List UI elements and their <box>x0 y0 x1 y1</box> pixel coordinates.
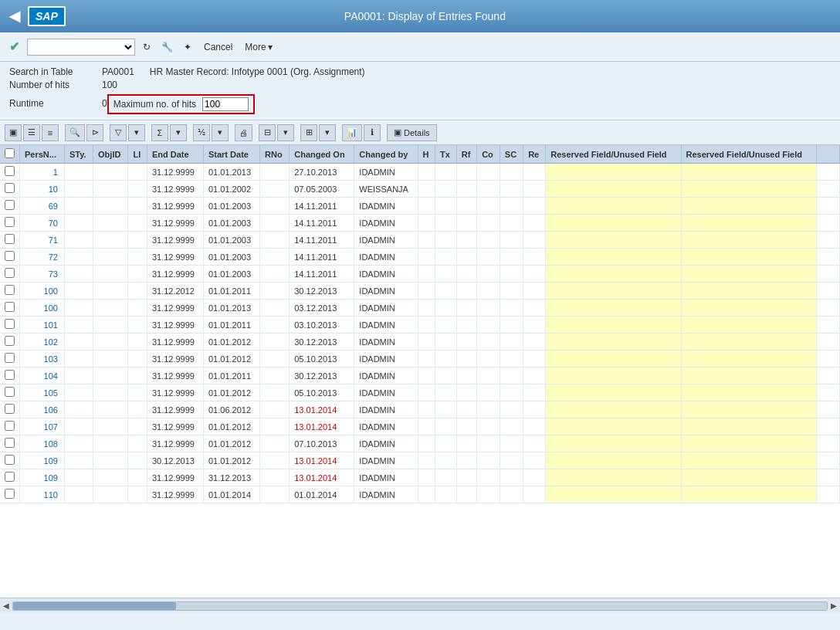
row-checkbox[interactable] <box>5 319 15 329</box>
cell-sty <box>64 351 93 368</box>
scroll-left-arrow[interactable]: ◀ <box>3 601 9 610</box>
row-checkbox-cell[interactable] <box>0 300 20 317</box>
col-co: Co <box>477 145 500 164</box>
more-chevron-icon: ▾ <box>268 42 273 52</box>
row-checkbox[interactable] <box>5 455 15 465</box>
confirm-button[interactable]: ✔ <box>6 38 22 56</box>
row-checkbox-cell[interactable] <box>0 164 20 181</box>
more-button[interactable]: More ▾ <box>242 40 275 54</box>
row-checkbox-cell[interactable] <box>0 181 20 198</box>
cell-reserved1 <box>546 334 681 351</box>
toolbar-select[interactable] <box>27 39 135 56</box>
scroll-track[interactable] <box>12 601 828 611</box>
select-all-checkbox[interactable] <box>5 148 15 158</box>
row-checkbox-cell[interactable] <box>0 469 20 486</box>
cell-extra <box>817 317 840 334</box>
row-checkbox-cell[interactable] <box>0 486 20 503</box>
row-checkbox[interactable] <box>5 200 15 210</box>
cell-extra <box>817 181 840 198</box>
cell-sc <box>500 249 523 266</box>
cell-sc <box>500 418 523 435</box>
row-checkbox-cell[interactable] <box>0 435 20 452</box>
cell-h <box>418 181 435 198</box>
select-all-button[interactable]: ▣ <box>5 124 22 141</box>
cell-reserved1 <box>546 435 681 452</box>
find-button[interactable]: 🔍 <box>65 124 85 141</box>
find-next-button[interactable]: ⊳ <box>86 124 103 141</box>
cell-persn: 70 <box>20 215 65 232</box>
cell-sty <box>64 300 93 317</box>
bottom-scrollbar[interactable]: ◀ ▶ <box>0 598 840 613</box>
cancel-button[interactable]: Cancel <box>199 40 237 54</box>
select-all-icon: ▣ <box>9 127 17 137</box>
filter-dropdown-button[interactable]: ▾ <box>128 124 145 141</box>
cell-changed-by: IDADMIN <box>354 384 418 401</box>
col-extra <box>817 145 840 164</box>
row-checkbox[interactable] <box>5 489 15 499</box>
back-button[interactable]: ◀ <box>9 8 20 25</box>
row-checkbox-cell[interactable] <box>0 384 20 401</box>
row-checkbox[interactable] <box>5 387 15 397</box>
row-checkbox[interactable] <box>5 336 15 346</box>
row-checkbox-cell[interactable] <box>0 452 20 469</box>
row-checkbox[interactable] <box>5 404 15 414</box>
max-hits-box: Maximum no. of hits <box>107 94 255 114</box>
export-dropdown-button[interactable]: ▾ <box>319 124 336 141</box>
scroll-thumb[interactable] <box>13 602 176 610</box>
export-button[interactable]: ⊞ <box>300 124 317 141</box>
row-checkbox[interactable] <box>5 234 15 244</box>
search-table-row: Search in Table PA0001 HR Master Record:… <box>9 66 831 77</box>
cell-tx <box>435 181 457 198</box>
details-button[interactable]: ▣ Details <box>387 124 437 141</box>
sort-button[interactable]: ⅟₂ <box>193 124 210 141</box>
row-checkbox[interactable] <box>5 166 15 176</box>
layout-button[interactable]: ⊟ <box>259 124 276 141</box>
row-checkbox-cell[interactable] <box>0 418 20 435</box>
info-button[interactable]: ℹ <box>364 124 381 141</box>
row-checkbox-cell[interactable] <box>0 368 20 384</box>
row-checkbox-cell[interactable] <box>0 351 20 368</box>
row-checkbox[interactable] <box>5 302 15 312</box>
row-checkbox[interactable] <box>5 217 15 227</box>
row-checkbox-cell[interactable] <box>0 215 20 232</box>
row-checkbox-cell[interactable] <box>0 401 20 418</box>
export-icon: ⊞ <box>306 127 313 137</box>
row-checkbox[interactable] <box>5 251 15 261</box>
scroll-right-arrow[interactable]: ▶ <box>831 601 837 610</box>
row-checkbox-cell[interactable] <box>0 249 20 266</box>
sum-button[interactable]: Σ <box>151 124 168 141</box>
deselect-button[interactable]: ☰ <box>23 124 40 141</box>
cell-re <box>523 232 546 249</box>
sum-dropdown-button[interactable]: ▾ <box>170 124 187 141</box>
cell-co <box>477 181 500 198</box>
row-checkbox[interactable] <box>5 353 15 363</box>
row-checkbox-cell[interactable] <box>0 198 20 215</box>
new-button[interactable]: ✦ <box>181 40 195 54</box>
expand-button[interactable]: ≡ <box>42 124 59 141</box>
table-row: 69 31.12.9999 01.01.2003 14.11.2011 IDAD… <box>0 198 840 215</box>
row-checkbox[interactable] <box>5 285 15 295</box>
settings-button[interactable]: 🔧 <box>158 40 176 54</box>
cell-reserved2 <box>681 232 816 249</box>
row-checkbox[interactable] <box>5 421 15 431</box>
row-checkbox-cell[interactable] <box>0 334 20 351</box>
chart-button[interactable]: 📊 <box>342 124 362 141</box>
row-checkbox-cell[interactable] <box>0 283 20 300</box>
filter-button[interactable]: ▽ <box>110 124 127 141</box>
row-checkbox-cell[interactable] <box>0 266 20 283</box>
layout-dropdown-button[interactable]: ▾ <box>277 124 294 141</box>
table-container[interactable]: PersN... STy. ObjID LI End Date Start Da… <box>0 145 840 598</box>
sort-dropdown-button[interactable]: ▾ <box>212 124 229 141</box>
row-checkbox[interactable] <box>5 472 15 482</box>
row-checkbox[interactable] <box>5 268 15 278</box>
refresh-button[interactable]: ↻ <box>140 40 154 54</box>
max-hits-input[interactable] <box>202 97 249 111</box>
row-checkbox[interactable] <box>5 183 15 193</box>
row-checkbox[interactable] <box>5 438 15 448</box>
row-checkbox-cell[interactable] <box>0 317 20 334</box>
cell-co <box>477 384 500 401</box>
row-checkbox-cell[interactable] <box>0 232 20 249</box>
row-checkbox[interactable] <box>5 370 15 380</box>
cell-changed-on: 30.12.2013 <box>290 334 354 351</box>
print-button[interactable]: 🖨 <box>235 124 252 141</box>
